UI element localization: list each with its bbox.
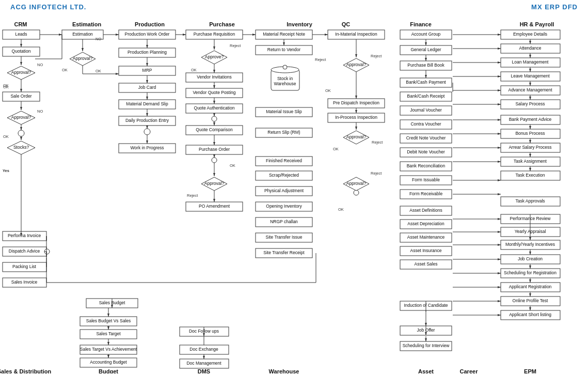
company-name: ACG INFOTECH LTD. bbox=[10, 3, 86, 11]
sales-target-label: Sales Target bbox=[96, 331, 121, 336]
qc-ok-label: OK bbox=[333, 147, 339, 151]
asset-footer: Asset bbox=[418, 368, 434, 373]
estimation-title: Estimation bbox=[72, 21, 102, 27]
in-process-inspection-label: In-Process Inspection bbox=[335, 115, 377, 120]
job-card-label: Job Card bbox=[138, 85, 156, 90]
qc-title: QC bbox=[342, 21, 351, 27]
production-title: Production bbox=[135, 21, 165, 27]
credit-note-voucher-label: Credit Note Voucher bbox=[406, 135, 446, 140]
finished-received-label: Finished Received bbox=[266, 158, 302, 163]
qc-reject1-label: Reject bbox=[371, 54, 382, 58]
inventory-title: Inventory bbox=[287, 21, 312, 27]
crm-title: CRM bbox=[14, 21, 27, 27]
quotation-label: Quotation bbox=[12, 49, 31, 54]
purchase-order-label: Purchase Order bbox=[199, 147, 230, 152]
header: ACG INFOTECH LTD. MX ERP DFD bbox=[0, 0, 588, 12]
general-ledger-label: General Ledger bbox=[410, 47, 441, 52]
leads-label: Leads bbox=[15, 32, 27, 37]
attendance-label: Attendance bbox=[519, 45, 541, 51]
bank-payment-advice-label: Bank Payment Advice bbox=[509, 117, 552, 122]
material-receipt-note-label: Material Receipt Note bbox=[263, 32, 305, 37]
purchase-bill-book-label: Purchase Bill Book bbox=[407, 62, 444, 68]
crm-no2-label: NO bbox=[37, 109, 43, 114]
est-ok-label2: OK bbox=[96, 69, 101, 73]
quote-auth-label: Quote Authentication bbox=[194, 105, 235, 111]
material-issue-slip-label: Material Issue Slip bbox=[266, 109, 302, 114]
purch-reject2-label: Reject bbox=[187, 193, 198, 198]
nrgp-challan-label: NRGP challan bbox=[270, 219, 298, 224]
mrp-label: MRP bbox=[142, 68, 152, 73]
production-planning-label: Production Planning bbox=[128, 50, 167, 55]
asset-maintenance-label: Asset Maintenance bbox=[407, 235, 445, 240]
dms-footer: DMS bbox=[198, 368, 210, 373]
hr-payroll-title: HR & Payroll bbox=[520, 21, 554, 27]
scrap-rejected-label: Scrap/Rejected bbox=[269, 173, 299, 178]
form-receivable-label: Form Receivable bbox=[409, 191, 443, 196]
purchase-title: Purchase bbox=[209, 21, 235, 27]
salary-process-label: Salary Process bbox=[515, 101, 545, 106]
prod-circle1 bbox=[144, 129, 150, 135]
physical-adjustment-label: Physical Adjustment bbox=[264, 188, 304, 193]
sale-order-label: Sale Order bbox=[10, 93, 31, 99]
sales-invoice-label: Sales Invoice bbox=[11, 279, 38, 285]
accounting-budget-label: Accounting Budget bbox=[90, 360, 127, 365]
crm-yes-label: Yes bbox=[3, 168, 9, 173]
crm-stocks-label: Stocks? bbox=[13, 145, 29, 150]
inv-reject-label: Reject bbox=[315, 57, 326, 62]
purch-circle2 bbox=[212, 158, 217, 163]
pre-dispatch-inspection-label: Pre Dispatch Inspection bbox=[333, 100, 379, 105]
scheduling-interview-label: Scheduling for Interview bbox=[403, 343, 450, 348]
quote-comparison-label: Quote Comparison bbox=[196, 127, 233, 132]
production-work-order-label: Production Work Order bbox=[125, 32, 170, 37]
budget-footer: Budget bbox=[99, 368, 118, 373]
stock-warehouse-label: Stock in bbox=[277, 76, 293, 81]
sales-budget-vs-sales-label: Sales Budget Vs Sales bbox=[86, 318, 131, 323]
crm-approval2-label: Approval? bbox=[11, 115, 31, 120]
purch-ok1-label: OK bbox=[191, 68, 197, 72]
qc-reject2-label: Reject bbox=[372, 140, 383, 145]
bank-cash-receipt-label: Bank/Cash Receipt bbox=[407, 93, 445, 99]
crm-approval1-label: Approval? bbox=[11, 70, 31, 75]
doc-exchange-label: Doc Exchange bbox=[189, 347, 218, 352]
asset-insurance-label: Asset Insurance bbox=[410, 248, 442, 253]
return-slip-rm-label: Return Slip (RM) bbox=[267, 130, 300, 135]
vendor-invitations-label: Vendor Invitations bbox=[197, 74, 232, 80]
est-no-label: NO bbox=[96, 37, 101, 41]
task-execution-label: Task Execution bbox=[515, 173, 545, 178]
dispatch-advice-label: Dispatch Advice bbox=[9, 248, 40, 254]
purchase-requisition-label: Purchase Requisition bbox=[194, 32, 235, 37]
purch-approval2-label: Approval? bbox=[204, 181, 225, 186]
diagram-container: CRM Estimation Production Purchase Inven… bbox=[0, 12, 588, 373]
leave-management-label: Leave Management bbox=[511, 73, 550, 79]
form-issuable-label: Form Issuable bbox=[412, 177, 440, 182]
asset-sales-label: Asset Sales bbox=[415, 261, 438, 267]
qc-approval3-label: Approval? bbox=[346, 181, 367, 186]
task-approvals-label: Task Approvals bbox=[515, 198, 545, 204]
purch-circle1 bbox=[212, 116, 217, 121]
job-creation-label: Job Creation bbox=[518, 256, 543, 261]
stock-warehouse-label2: Warehouse bbox=[274, 81, 296, 86]
vendor-quote-posting-label: Vendor Quote Posting bbox=[193, 90, 235, 95]
in-material-inspection-label: In-Material Inspection bbox=[335, 32, 377, 37]
bank-reconciliation-label: Bank Reconciliation bbox=[407, 163, 446, 168]
opening-inventory-label: Opening Inventory bbox=[266, 204, 302, 209]
journal-voucher-label: Journal Voucher bbox=[410, 107, 442, 113]
inv-ok-label: OK bbox=[325, 88, 331, 93]
asset-depreciation-label: Asset Depreciation bbox=[407, 221, 444, 226]
sales-dist-footer: Sales & Distribution bbox=[0, 368, 52, 373]
contra-voucher-label: Contra Voucher bbox=[410, 121, 441, 127]
finance-title: Finance bbox=[410, 21, 432, 27]
purch-reject1-label: Reject bbox=[230, 43, 241, 48]
debit-note-voucher-label: Debit Note Voucher bbox=[407, 149, 445, 154]
packing-list-label: Packing List bbox=[12, 264, 36, 269]
applicant-registration-label: Applicant Registration bbox=[509, 284, 552, 289]
arrear-salary-process-label: Arrear Salary Process bbox=[508, 145, 551, 150]
monthly-yearly-incentives-label: Monthly/Yearly Incentives bbox=[505, 242, 555, 247]
site-transfer-issue-label: Site Transfer Issue bbox=[266, 235, 303, 240]
inv-circle1 bbox=[283, 65, 287, 69]
scheduling-registration-label: Scheduling for Registration bbox=[504, 270, 557, 275]
estimation-label: Estimation bbox=[72, 32, 93, 37]
warehouse-footer: Warehouse bbox=[269, 368, 299, 373]
employee-details-label: Employee Details bbox=[513, 32, 547, 37]
doc-management-label: Doc Management bbox=[186, 361, 221, 366]
